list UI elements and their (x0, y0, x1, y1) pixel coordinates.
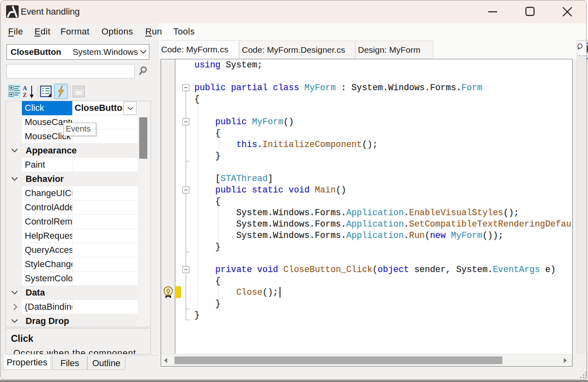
svg-text:Z: Z (23, 92, 27, 98)
svg-text:A: A (23, 85, 27, 91)
